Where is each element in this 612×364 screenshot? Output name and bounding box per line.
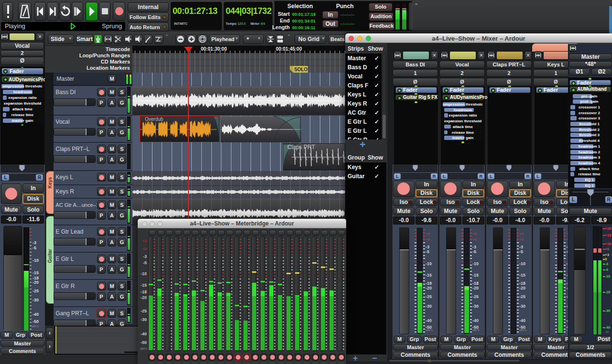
svg-text:SOLO: SOLO bbox=[294, 67, 308, 72]
